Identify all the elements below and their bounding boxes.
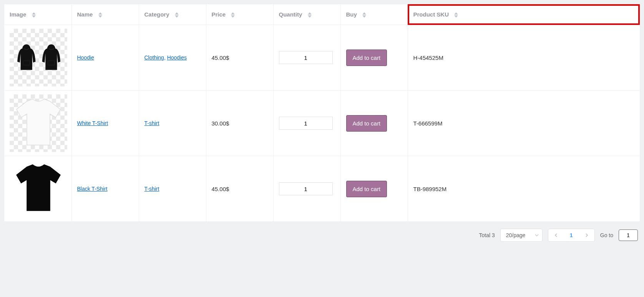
product-price: 30.00$ [212, 120, 229, 127]
col-header-image[interactable]: Image [4, 4, 71, 25]
prev-page-button[interactable] [548, 229, 564, 241]
product-price: 45.00$ [212, 54, 229, 61]
svg-marker-6 [231, 12, 235, 15]
sort-icon[interactable] [32, 12, 36, 18]
product-sku: TB-989952M [413, 186, 447, 192]
category-link[interactable]: T-shirt [144, 120, 159, 126]
product-name-link[interactable]: Hoodie [77, 54, 94, 61]
product-name-link[interactable]: Black T-Shirt [77, 186, 108, 192]
add-to-cart-button[interactable]: Add to cart [346, 115, 387, 132]
svg-marker-3 [98, 15, 102, 18]
sort-icon[interactable] [362, 12, 366, 18]
add-to-cart-button[interactable]: Add to cart [346, 50, 387, 66]
product-price: 45.00$ [212, 186, 229, 192]
pagination-buttons: 1 [548, 229, 595, 242]
quantity-input[interactable] [279, 117, 333, 130]
product-name-link[interactable]: White T-Shirt [77, 120, 108, 126]
quantity-input[interactable] [279, 182, 333, 195]
svg-marker-12 [454, 12, 458, 15]
col-header-sku[interactable]: Product SKU [408, 4, 640, 25]
product-sku: H-454525M [413, 54, 443, 61]
svg-marker-7 [231, 15, 235, 18]
svg-marker-11 [362, 15, 366, 18]
goto-label: Go to [600, 232, 613, 238]
pagination: Total 3 20/page 1 Go to [4, 222, 640, 243]
category-separator: , [164, 54, 167, 61]
pagination-total: Total 3 [479, 232, 495, 238]
current-page[interactable]: 1 [564, 229, 579, 241]
svg-marker-1 [32, 15, 36, 18]
category-link[interactable]: Hoodies [167, 54, 187, 61]
svg-marker-0 [32, 12, 36, 15]
table-header-row: Image Name Category [4, 4, 640, 25]
sort-icon[interactable] [308, 12, 312, 18]
col-header-buy[interactable]: Buy [340, 4, 408, 25]
svg-marker-9 [308, 15, 312, 18]
svg-marker-8 [308, 12, 312, 15]
next-page-button[interactable] [579, 229, 594, 241]
product-table-wrap: Image Name Category [4, 4, 640, 222]
svg-marker-5 [175, 15, 179, 18]
svg-rect-15 [48, 61, 55, 65]
svg-marker-2 [98, 12, 102, 15]
product-image [10, 94, 67, 152]
sort-icon[interactable] [175, 12, 179, 18]
svg-marker-10 [362, 12, 366, 15]
goto-page-input[interactable] [619, 229, 638, 241]
svg-rect-14 [23, 61, 30, 65]
category-link[interactable]: Clothing [144, 54, 164, 61]
table-row: White T-ShirtT-shirt30.00$Add to cartT-6… [4, 91, 640, 156]
product-table: Image Name Category [4, 4, 640, 222]
col-header-category[interactable]: Category [139, 4, 206, 25]
chevron-down-icon [534, 233, 539, 238]
product-image [10, 29, 67, 86]
quantity-input[interactable] [279, 51, 333, 64]
product-image [10, 160, 67, 218]
col-header-price[interactable]: Price [206, 4, 273, 25]
add-to-cart-button[interactable]: Add to cart [346, 181, 387, 197]
col-header-name[interactable]: Name [71, 4, 139, 25]
category-link[interactable]: T-shirt [144, 186, 159, 192]
sort-icon[interactable] [98, 12, 102, 18]
sort-icon[interactable] [454, 12, 458, 18]
col-header-quantity[interactable]: Quantity [273, 4, 340, 25]
table-row: HoodieClothing, Hoodies45.00$Add to cart… [4, 25, 640, 91]
table-row: Black T-ShirtT-shirt45.00$Add to cartTB-… [4, 156, 640, 222]
sort-icon[interactable] [231, 12, 235, 18]
page-size-select[interactable]: 20/page [500, 229, 543, 242]
svg-marker-13 [454, 15, 458, 18]
svg-marker-4 [175, 12, 179, 15]
product-sku: T-666599M [413, 120, 443, 127]
